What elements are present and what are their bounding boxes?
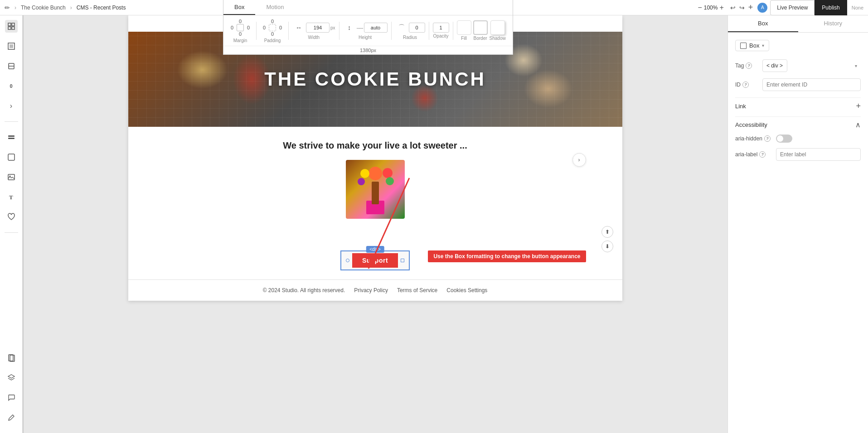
padding-inner bbox=[269, 24, 276, 31]
sidebar-image-icon[interactable] bbox=[5, 171, 18, 183]
margin-left-val[interactable]: 0 bbox=[228, 25, 236, 30]
canvas-resize-handle[interactable] bbox=[23, 15, 24, 433]
zoom-out-btn[interactable]: − bbox=[698, 4, 702, 12]
id-help-icon[interactable]: ? bbox=[742, 82, 749, 88]
redo-btn[interactable]: ↪ bbox=[737, 4, 747, 11]
margin-right-val[interactable]: 0 bbox=[244, 25, 252, 30]
sidebar-layers-icon[interactable] bbox=[5, 131, 18, 144]
border-btn[interactable] bbox=[473, 20, 488, 35]
sidebar-overflow-icon[interactable] bbox=[5, 60, 18, 72]
padding-bottom-val[interactable]: 0 bbox=[268, 31, 276, 37]
svg-rect-8 bbox=[8, 135, 15, 137]
carousel-arrow[interactable]: › bbox=[572, 153, 586, 167]
live-preview-btn[interactable]: Live Preview bbox=[770, 0, 815, 15]
aria-label-help-icon[interactable]: ? bbox=[759, 151, 766, 158]
aria-hidden-help-icon[interactable]: ? bbox=[764, 135, 771, 142]
radius-input[interactable] bbox=[409, 23, 425, 33]
sidebar-position-icon[interactable] bbox=[5, 40, 18, 53]
publish-btn[interactable]: Publish bbox=[815, 0, 847, 15]
sidebar-chat-icon[interactable] bbox=[5, 391, 18, 404]
shadow-label: Shadow bbox=[490, 36, 506, 41]
footer-terms-link[interactable]: Terms of Service bbox=[397, 287, 437, 293]
link-add-btn[interactable]: + bbox=[856, 101, 861, 111]
box-dropdown-chevron: ▾ bbox=[762, 43, 764, 48]
canvas-ctrl-up[interactable]: ⬆ bbox=[601, 226, 613, 238]
sidebar-edit-icon[interactable] bbox=[5, 411, 18, 424]
sidebar-box-icon[interactable] bbox=[5, 151, 18, 164]
right-tab-history[interactable]: History bbox=[798, 15, 868, 32]
id-input[interactable] bbox=[762, 78, 861, 91]
fill-btn[interactable] bbox=[457, 20, 471, 35]
edit-icon[interactable]: ✏ bbox=[5, 4, 10, 11]
accessibility-toggle-btn[interactable]: ∧ bbox=[855, 120, 861, 129]
tab-motion[interactable]: Motion bbox=[255, 0, 295, 15]
radius-icon: ⌒ bbox=[395, 21, 408, 34]
id-label: ID ? bbox=[735, 82, 762, 88]
site-footer: © 2024 Studio. All rights reserved. Priv… bbox=[128, 279, 622, 301]
box-dropdown-row: Box ▾ bbox=[735, 40, 861, 51]
tag-row: Tag ? < div > bbox=[735, 59, 861, 72]
box-dropdown-btn[interactable]: Box ▾ bbox=[735, 40, 769, 51]
zoom-in-btn[interactable]: + bbox=[719, 4, 723, 12]
canvas-area[interactable]: The Cookie Bunch THE COOKIE BUNCH We str… bbox=[23, 15, 727, 433]
box-dropdown-label: Box bbox=[749, 42, 759, 49]
divider-4 bbox=[391, 22, 392, 40]
opacity-input[interactable] bbox=[433, 23, 449, 33]
link-section-header: Link + bbox=[735, 101, 861, 111]
add-element-btn[interactable]: + bbox=[747, 3, 755, 12]
sidebar-zindex-icon[interactable]: 0 bbox=[5, 80, 18, 92]
tag-select[interactable]: < div > bbox=[762, 59, 787, 72]
padding-label: Padding bbox=[264, 38, 281, 43]
fill-label: Fill bbox=[461, 36, 467, 41]
svg-rect-1 bbox=[12, 23, 15, 26]
margin-inner-box bbox=[237, 24, 244, 31]
padding-top-val[interactable]: 0 bbox=[268, 19, 276, 24]
aria-label-input[interactable] bbox=[776, 148, 861, 161]
support-right-dot bbox=[401, 259, 404, 262]
sidebar-layers2-icon[interactable] bbox=[5, 371, 18, 384]
toggle-knob bbox=[777, 135, 783, 142]
svg-rect-5 bbox=[10, 44, 13, 48]
height-input[interactable] bbox=[364, 23, 388, 33]
top-bar-right: − 100% + ↩ ↪ + A Live Preview Publish No… bbox=[693, 0, 868, 15]
undo-btn[interactable]: ↩ bbox=[728, 4, 737, 11]
aria-hidden-row: aria-hidden ? bbox=[735, 135, 861, 143]
svg-rect-2 bbox=[8, 27, 11, 29]
sidebar-expand-icon[interactable]: › bbox=[5, 100, 18, 112]
tab-box[interactable]: Box bbox=[223, 0, 255, 15]
padding-right-val[interactable]: 0 bbox=[276, 25, 285, 30]
sidebar-heart-icon[interactable] bbox=[5, 211, 18, 223]
margin-top-val[interactable]: 0 bbox=[236, 19, 244, 24]
sidebar-text-icon[interactable]: T bbox=[5, 191, 18, 203]
support-wrapper: Support bbox=[340, 250, 410, 270]
fill-group: Fill bbox=[457, 20, 471, 41]
right-tab-box[interactable]: Box bbox=[728, 15, 798, 32]
footer-copyright: © 2024 Studio. All rights reserved. bbox=[263, 287, 345, 293]
accessibility-header: Accessibility ∧ bbox=[735, 120, 861, 129]
sidebar-display-icon[interactable] bbox=[5, 20, 18, 33]
shadow-btn[interactable] bbox=[490, 20, 505, 35]
padding-left-val[interactable]: 0 bbox=[260, 25, 268, 30]
canvas-ctrl-down[interactable]: ⬇ bbox=[601, 241, 613, 252]
opacity-label: Opacity bbox=[433, 34, 449, 38]
support-button[interactable]: Support bbox=[352, 253, 398, 268]
breadcrumb-home[interactable]: The Cookie Bunch bbox=[21, 5, 66, 11]
aria-label-row: aria-label ? bbox=[735, 148, 861, 161]
footer-privacy-link[interactable]: Privacy Policy bbox=[354, 287, 388, 293]
footer-cookies-link[interactable]: Cookies Settings bbox=[446, 287, 487, 293]
aria-hidden-toggle[interactable] bbox=[776, 135, 792, 143]
sidebar-pages-icon[interactable] bbox=[5, 351, 18, 364]
divider-1 bbox=[256, 22, 257, 40]
accessibility-section: Accessibility ∧ aria-hidden ? bbox=[735, 120, 861, 161]
divider-5 bbox=[429, 22, 429, 40]
margin-bottom-val[interactable]: 0 bbox=[236, 31, 244, 37]
divider-2 bbox=[288, 22, 289, 40]
support-container: <div> Support bbox=[340, 250, 410, 270]
flower-green bbox=[386, 177, 394, 185]
box-panel-tabs: Box Motion bbox=[223, 0, 513, 15]
tag-help-icon[interactable]: ? bbox=[746, 63, 752, 69]
content-area: We strive to make your live a lot sweete… bbox=[128, 127, 622, 237]
width-group: ↔ px Width bbox=[292, 21, 335, 40]
width-input[interactable] bbox=[306, 23, 330, 33]
svg-rect-11 bbox=[8, 174, 15, 180]
